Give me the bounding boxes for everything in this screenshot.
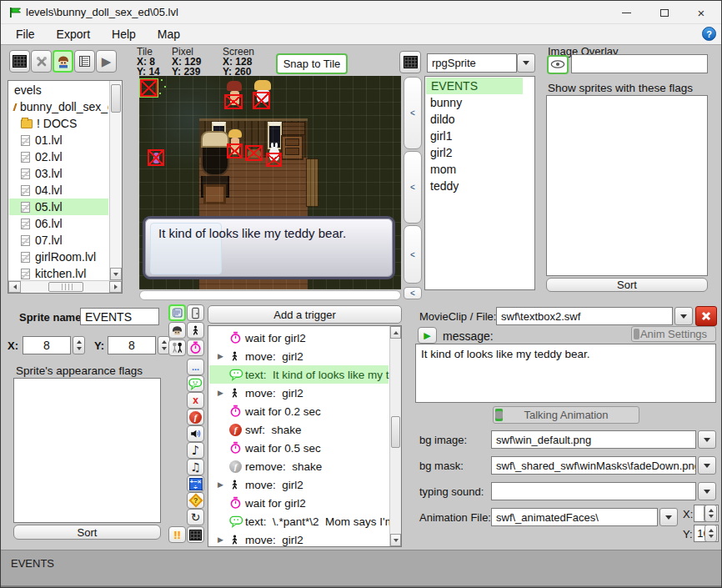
script-trigger-button[interactable] xyxy=(168,304,186,321)
condition-trigger-button[interactable]: ? xyxy=(187,492,204,509)
tree-hscroll-thumb[interactable] xyxy=(48,282,83,292)
face-y-stepper[interactable] xyxy=(704,525,717,542)
trigger-vscrollbar[interactable] xyxy=(389,326,401,546)
canvas-hscrollbar[interactable] xyxy=(139,290,401,300)
menu-file[interactable]: File xyxy=(11,26,40,43)
menu-help[interactable]: Help xyxy=(107,26,141,43)
tree-hscrollbar[interactable] xyxy=(8,280,122,293)
sprite-flags-sort-button[interactable]: Sort xyxy=(13,525,161,540)
expander-icon[interactable]: ▶ xyxy=(218,352,229,360)
trigger-row[interactable]: fremove: shake xyxy=(209,457,389,475)
expander-icon[interactable]: ▶ xyxy=(218,480,229,489)
sprite-type-dropdown-button[interactable] xyxy=(517,53,535,73)
map-canvas[interactable]: It kind of looks like my teddy bear. xyxy=(139,76,401,289)
movieclip-dropdown-button[interactable] xyxy=(674,307,693,325)
sprite-list-item-teddy[interactable]: teddy xyxy=(425,178,534,194)
girl1-selection-box[interactable] xyxy=(253,92,270,109)
trigger-row[interactable]: ▶move: girl2 xyxy=(209,384,389,402)
add-trigger-button[interactable]: Add a trigger xyxy=(208,305,402,324)
tree-item-03[interactable]: 03.lvl xyxy=(9,165,108,182)
tools-button[interactable] xyxy=(31,50,52,73)
sprite-list-item-girl1[interactable]: girl1 xyxy=(425,128,534,144)
tree-item-docs[interactable]: ! DOCS xyxy=(9,115,108,132)
mom-selection-box[interactable] xyxy=(224,94,243,109)
tile-mode-button[interactable] xyxy=(9,50,30,73)
face-x-stepper[interactable] xyxy=(704,505,717,522)
preview-play-button[interactable]: ▶ xyxy=(418,327,437,344)
sprite-list-item-mom[interactable]: mom xyxy=(425,161,534,178)
events-sprite-marker[interactable] xyxy=(139,78,158,98)
tree-item-01[interactable]: 01.lvl xyxy=(9,132,108,148)
tileset-button[interactable] xyxy=(399,51,421,73)
expander-icon[interactable]: ▶ xyxy=(218,535,229,544)
assign-sprite-button-4[interactable]: < xyxy=(404,287,422,299)
math-trigger-button[interactable]: +−×÷ xyxy=(187,475,204,492)
remove-trigger-button[interactable]: x xyxy=(187,392,204,409)
trigger-row[interactable]: ▶move: girl2 xyxy=(209,475,389,494)
tree-vscroll-thumb[interactable] xyxy=(111,84,121,113)
trigger-scroll-thumb[interactable] xyxy=(391,416,400,448)
tree-item-kitchen[interactable]: kitchen.lvl xyxy=(9,265,108,280)
text-trigger-button[interactable] xyxy=(187,375,204,392)
girl2-selection-box[interactable] xyxy=(227,143,243,158)
tile-trigger-button[interactable] xyxy=(187,526,204,543)
close-button[interactable]: × xyxy=(683,1,719,24)
alert-trigger-button[interactable]: !! xyxy=(168,526,186,543)
overlay-visibility-button[interactable] xyxy=(547,55,569,74)
movieclip-file-input[interactable]: swf\textbox2.swf xyxy=(496,307,673,325)
image-overlay-input[interactable] xyxy=(571,54,708,73)
teddy-selection-box[interactable] xyxy=(245,145,263,161)
menu-export[interactable]: Export xyxy=(52,26,95,43)
tree-item-levels[interactable]: evels xyxy=(9,82,108,98)
sprite-x-stepper[interactable] xyxy=(73,336,85,354)
dildo-selection-box[interactable] xyxy=(148,149,164,166)
snap-to-tile-button[interactable]: Snap to Tile xyxy=(276,53,348,74)
trigger-row[interactable]: ▶move: girl2 xyxy=(209,530,389,547)
tree-item-07[interactable]: 07.lvl xyxy=(9,232,108,249)
tree-scroll-right-button[interactable] xyxy=(109,281,122,293)
sprite-type-select[interactable]: rpgSprite xyxy=(427,53,517,73)
appearance-flags-list[interactable] xyxy=(13,378,161,523)
trigger-scroll-up-button[interactable] xyxy=(390,326,401,339)
talking-animation-button[interactable]: Talking Animation xyxy=(493,406,639,424)
sprite-list-item-girl2[interactable]: girl2 xyxy=(425,144,534,161)
sprite-list-item-events[interactable]: EVENTS xyxy=(426,78,523,94)
list-view-button[interactable] xyxy=(74,50,95,73)
typing-sound-dropdown-button[interactable] xyxy=(698,482,716,500)
tree-item-bunny-doll[interactable]: bunny_doll_sex_e xyxy=(9,98,108,115)
more-options-button[interactable]: ... xyxy=(187,359,204,375)
flags-sort-button[interactable]: Sort xyxy=(546,278,708,292)
trigger-row[interactable]: text: \.*pant*\2 Mom says I'm xyxy=(209,512,389,530)
play-button[interactable]: ▶ xyxy=(96,50,117,73)
anim-settings-button[interactable]: Anim Settings xyxy=(631,326,716,342)
tree-scroll-left-button[interactable] xyxy=(8,281,21,293)
animation-file-input[interactable]: swf\_animatedFaces\ xyxy=(491,508,658,526)
trigger-row[interactable]: ▶move: girl2 xyxy=(209,347,389,365)
sprite-y-input[interactable]: 8 xyxy=(108,336,156,354)
trigger-row[interactable]: wait for girl2 xyxy=(209,329,389,347)
bunny-selection-box[interactable] xyxy=(266,153,282,167)
swf-trigger-button[interactable]: f xyxy=(187,409,204,425)
expander-icon[interactable]: ▶ xyxy=(218,389,229,397)
tree-item-04[interactable]: 04.lvl xyxy=(9,182,108,199)
message-textarea[interactable]: It kind of looks like my teddy bear. xyxy=(415,344,716,403)
tree-vscrollbar[interactable] xyxy=(109,81,122,280)
flags-filter-list[interactable] xyxy=(546,95,708,276)
assign-sprite-button-2[interactable]: < xyxy=(404,151,422,224)
door-trigger-button[interactable] xyxy=(187,304,204,321)
sprite-head-button[interactable] xyxy=(168,322,186,339)
minimize-button[interactable] xyxy=(608,1,644,24)
delete-trigger-button[interactable] xyxy=(695,306,717,326)
music-trigger-button[interactable]: ♪ xyxy=(187,442,204,459)
maximize-button[interactable] xyxy=(646,1,683,24)
trigger-row[interactable]: wait for 0.2 sec xyxy=(209,402,389,420)
trigger-row[interactable]: wait for girl2 xyxy=(209,494,389,512)
typing-sound-input[interactable] xyxy=(491,482,696,500)
jingle-trigger-button[interactable]: ♫ xyxy=(187,459,204,475)
sprite-list-item-bunny[interactable]: bunny xyxy=(425,94,534,111)
trigger-scroll-down-button[interactable] xyxy=(390,534,401,546)
tree-item-06[interactable]: 06.lvl xyxy=(9,215,108,232)
help-icon[interactable]: ? xyxy=(702,27,716,41)
assign-sprite-button-1[interactable]: < xyxy=(404,77,422,149)
bg-image-dropdown-button[interactable] xyxy=(698,430,716,449)
